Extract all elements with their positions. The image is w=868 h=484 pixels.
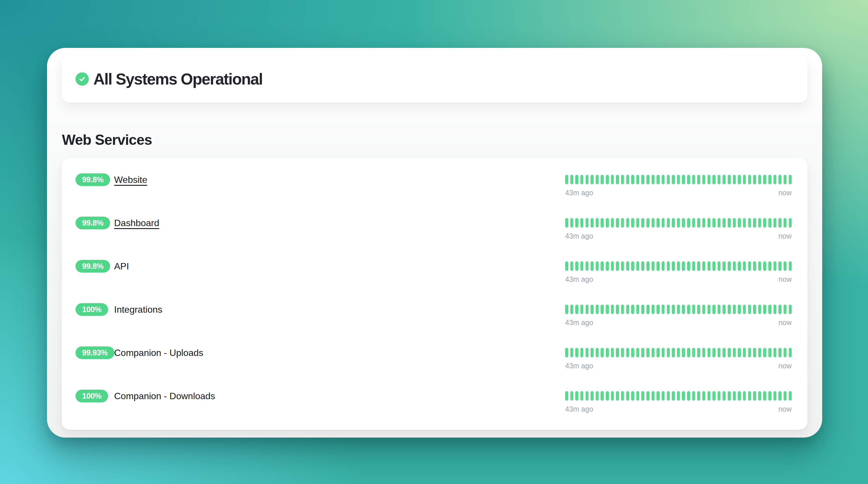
service-name-link[interactable]: Dashboard (114, 218, 159, 228)
section-title-web-services: Web Services (62, 132, 152, 148)
uptime-bar (575, 348, 578, 358)
uptime-bar (778, 218, 781, 228)
uptime-bar (722, 305, 726, 314)
uptime-bar (768, 218, 771, 228)
uptime-bar (733, 261, 736, 271)
uptime-bar (606, 218, 609, 228)
uptime-bar (677, 261, 680, 271)
uptime-bar (652, 261, 655, 271)
service-name: Companion - Downloads (114, 391, 215, 401)
service-row: 100%Integrations43m agonow (75, 303, 792, 328)
uptime-bar (677, 175, 680, 184)
service-row-left: 100%Companion - Downloads (75, 390, 215, 402)
uptime-bar (652, 218, 655, 228)
uptime-bar (708, 305, 711, 314)
uptime-bar (773, 305, 777, 314)
end-time-label: now (778, 318, 792, 327)
uptime-bar (722, 261, 726, 271)
uptime-bar (722, 391, 726, 401)
uptime-bar (702, 218, 706, 228)
uptime-time-range: 43m agonow (565, 405, 792, 413)
uptime-bar (621, 391, 624, 401)
uptime-bar (718, 175, 721, 184)
uptime-bar (753, 305, 756, 314)
uptime-bar (646, 261, 650, 271)
uptime-bar (702, 175, 706, 184)
start-time-label: 43m ago (565, 405, 593, 413)
uptime-bar (565, 391, 568, 401)
uptime-bar (708, 348, 711, 358)
uptime-bar (789, 175, 792, 184)
uptime-bar (662, 175, 665, 184)
uptime-bar (580, 348, 584, 358)
uptime-bar (783, 261, 787, 271)
check-circle-icon (75, 73, 89, 86)
uptime-bar (662, 305, 665, 314)
uptime-bar (616, 218, 619, 228)
uptime-bar (570, 305, 574, 314)
uptime-bar (738, 305, 741, 314)
uptime-bar (621, 218, 624, 228)
uptime-bar (687, 348, 690, 358)
uptime-bar (682, 391, 685, 401)
uptime-bar (753, 348, 756, 358)
uptime-bar (652, 348, 655, 358)
uptime-bar (677, 348, 680, 358)
uptime-bar (789, 261, 792, 271)
uptime-bar (722, 175, 726, 184)
uptime-time-range: 43m agonow (565, 318, 792, 327)
uptime-bar (738, 261, 741, 271)
uptime-bar (590, 218, 594, 228)
uptime-bar (646, 175, 650, 184)
end-time-label: now (778, 405, 792, 413)
uptime-bar (743, 391, 746, 401)
service-name-link[interactable]: Website (114, 174, 147, 185)
uptime-bar (773, 261, 777, 271)
uptime-bar (718, 391, 721, 401)
service-row: 99.8%Website43m agonow (75, 173, 792, 198)
uptime-bar (672, 261, 675, 271)
uptime-bar (667, 391, 670, 401)
uptime-bar (656, 218, 660, 228)
start-time-label: 43m ago (565, 189, 593, 197)
uptime-bar (646, 391, 650, 401)
uptime-bar (763, 218, 766, 228)
uptime-badge: 99.8% (75, 217, 110, 229)
uptime-bar (712, 175, 716, 184)
uptime-bar-chart (565, 261, 792, 271)
uptime-bar (778, 305, 781, 314)
uptime-bar (646, 218, 650, 228)
uptime-bar (646, 305, 650, 314)
uptime-bar (600, 305, 604, 314)
uptime-bar (768, 261, 771, 271)
uptime-bar (575, 391, 578, 401)
uptime-bar (773, 175, 777, 184)
uptime-bar (667, 218, 670, 228)
uptime-bar (636, 261, 640, 271)
uptime-bar (570, 218, 574, 228)
uptime-bar (606, 261, 609, 271)
uptime-bar-chart (565, 391, 792, 401)
uptime-bar (656, 305, 660, 314)
uptime-bar (748, 261, 751, 271)
uptime-bar (763, 348, 766, 358)
uptime-bar (631, 391, 634, 401)
uptime-bar (738, 348, 741, 358)
uptime-bar (596, 261, 599, 271)
uptime-bar (672, 305, 675, 314)
uptime-bar (600, 175, 604, 184)
uptime-bar (641, 175, 644, 184)
uptime-bar (621, 305, 624, 314)
uptime-bar (667, 261, 670, 271)
uptime-bar (641, 261, 644, 271)
uptime-bar (758, 175, 762, 184)
uptime-bar (712, 261, 716, 271)
uptime-bar (565, 175, 568, 184)
uptime-bar (697, 305, 700, 314)
uptime-bar (600, 391, 604, 401)
uptime-bar (621, 261, 624, 271)
uptime-bar (778, 261, 781, 271)
uptime-bar (708, 261, 711, 271)
uptime-bar (575, 218, 578, 228)
uptime-bar (758, 391, 762, 401)
